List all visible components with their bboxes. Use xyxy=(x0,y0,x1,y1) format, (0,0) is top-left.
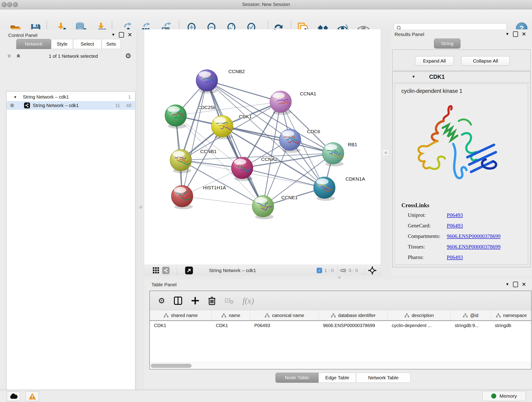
network-graph: CCNB2CCNA1CDC25BCDK1CDC6RB1CCNB1CCNA2CDK… xyxy=(144,29,381,265)
control-panel: Control Panel ▼ ✕ Network Style Select S… xyxy=(0,29,137,390)
hidden-eye-icon[interactable] xyxy=(340,267,346,274)
horizontal-divider[interactable] xyxy=(144,276,532,279)
network-options-gear-icon[interactable]: ⚙ xyxy=(125,52,131,60)
collapse-gene-icon[interactable]: ▼ xyxy=(412,75,415,79)
crosslink-link[interactable]: 9606.ENSP00000378699 xyxy=(447,233,500,239)
table-options-gear-icon[interactable]: ⚙ xyxy=(158,296,165,305)
cloud-icon xyxy=(9,393,18,399)
table-horizontal-scrollbar[interactable] xyxy=(150,362,531,369)
divider-handle-box[interactable] xyxy=(383,150,389,155)
divider-handle[interactable] xyxy=(139,205,142,209)
gene-symbol: CDK1 xyxy=(429,74,445,80)
string-view-button[interactable] xyxy=(162,267,170,274)
memory-button[interactable]: Memory xyxy=(482,391,526,401)
float-panel-icon[interactable] xyxy=(513,32,518,37)
panel-menu-icon[interactable]: ▼ xyxy=(505,282,509,287)
center-view-button[interactable] xyxy=(368,267,377,274)
detach-view-button[interactable] xyxy=(185,267,193,274)
table-panel-title: Table Panel xyxy=(152,282,177,287)
divider-handle[interactable] xyxy=(338,276,341,279)
network-edge[interactable] xyxy=(182,196,263,206)
share-icon xyxy=(162,267,170,274)
network-node-CDC25B[interactable]: CDC25B xyxy=(165,105,216,128)
table-cell[interactable]: 9606.ENSP00000378699 xyxy=(319,321,388,330)
show-columns-icon[interactable] xyxy=(174,296,182,305)
crosslink-link[interactable]: P06493 xyxy=(447,212,463,218)
scrollbar-thumb[interactable] xyxy=(151,364,191,368)
crosslink-link[interactable]: P06493 xyxy=(447,223,463,229)
crosslink-row: Pharos: P06493 xyxy=(408,254,424,260)
network-node-CDKN1A[interactable]: CDKN1A xyxy=(314,176,365,201)
column-header-database-identifier[interactable]: database identifier xyxy=(319,310,388,320)
column-header-label: database identifier xyxy=(338,313,375,318)
collapse-all-button[interactable]: Collapse All xyxy=(461,56,510,66)
string-app-icon xyxy=(24,102,30,108)
panel-menu-icon[interactable]: ▼ xyxy=(111,32,115,37)
network-node-RB1[interactable]: RB1 xyxy=(322,142,357,166)
add-column-icon[interactable] xyxy=(191,297,199,305)
column-header--id[interactable]: @id xyxy=(451,310,491,320)
tab-style[interactable]: Style xyxy=(51,39,73,49)
network-node-CCNA1[interactable]: CCNA1 xyxy=(270,91,316,115)
close-panel-icon[interactable]: ✕ xyxy=(522,32,526,37)
column-type-icon xyxy=(404,313,409,318)
network-row-selected[interactable]: String Network – cdk1 11 48 xyxy=(7,101,135,110)
birdseye-grid-button[interactable] xyxy=(152,267,159,274)
tab-string[interactable]: String xyxy=(434,38,461,49)
table-row[interactable]: CDK1CDK1P064939606.ENSP00000378699cyclin… xyxy=(150,321,531,330)
column-header-canonical-name[interactable]: canonical name xyxy=(250,310,319,320)
warnings-button[interactable] xyxy=(26,391,39,401)
column-header-description[interactable]: description xyxy=(388,310,451,320)
right-panel-divider[interactable] xyxy=(381,29,392,276)
panel-menu-icon[interactable]: ▼ xyxy=(505,32,509,36)
expand-all-button[interactable]: Expand All xyxy=(415,56,454,66)
tree-expand-icon[interactable]: ▼ xyxy=(13,95,17,99)
tab-select[interactable]: Select xyxy=(73,39,101,49)
network-edge[interactable] xyxy=(182,80,207,196)
column-header-shared-name[interactable]: shared name xyxy=(150,310,212,320)
expand-all-networks-icon[interactable]: » xyxy=(16,54,20,58)
float-panel-icon[interactable] xyxy=(513,282,518,287)
collapse-all-networks-icon[interactable]: » xyxy=(7,54,12,58)
table-cell[interactable]: cyclin-dependent ... xyxy=(388,321,451,330)
column-header-namespace[interactable]: namespace xyxy=(491,310,531,320)
node-label-RB1: RB1 xyxy=(348,142,357,147)
table-cell[interactable]: P06493 xyxy=(250,321,319,330)
table-cell[interactable]: stringdb xyxy=(491,321,531,330)
network-canvas[interactable]: CCNB2CCNA1CDC25BCDK1CDC6RB1CCNB1CCNA2CDK… xyxy=(144,29,381,265)
crosslink-row: Uniprot: P06493 xyxy=(408,212,426,218)
network-node-CDC6[interactable]: CDC6 xyxy=(279,129,320,153)
function-builder-icon-disabled: f(x) xyxy=(242,296,254,306)
crosslink-label: GeneCard: xyxy=(408,223,431,229)
selected-checkbox-icon[interactable]: ✓ xyxy=(317,267,322,274)
tab-network[interactable]: Network xyxy=(16,39,51,49)
cloud-status-button[interactable] xyxy=(7,391,20,401)
table-cell[interactable]: stringdb:9... xyxy=(451,321,491,330)
collection-count: 1 xyxy=(128,94,131,100)
table-cell[interactable]: CDK1 xyxy=(150,321,212,330)
results-panel-title: Results Panel xyxy=(394,32,424,37)
column-header-name[interactable]: name xyxy=(212,310,250,320)
tab-node-table[interactable]: Node Table xyxy=(275,373,318,383)
network-node-CCNB1[interactable]: CCNB1 xyxy=(170,149,216,173)
left-panel-divider[interactable] xyxy=(137,29,145,390)
delete-column-icon[interactable] xyxy=(208,296,216,305)
table-cell[interactable]: CDK1 xyxy=(212,321,250,330)
divider-handle[interactable] xyxy=(384,151,387,154)
close-panel-icon[interactable]: ✕ xyxy=(522,282,526,287)
network-collection-row[interactable]: ▼ String Network – cdk1 1 xyxy=(7,93,135,101)
crosslink-link[interactable]: P06493 xyxy=(447,254,463,260)
crosslink-link[interactable]: 9606.ENSP00000378699 xyxy=(447,244,500,250)
node-label-CDC6: CDC6 xyxy=(307,129,320,134)
window-title: Session: New Session xyxy=(0,2,532,7)
memory-status-dot xyxy=(491,394,496,399)
close-panel-icon[interactable]: ✕ xyxy=(128,32,132,38)
column-header-label: name xyxy=(229,313,240,318)
network-node-CCNE1[interactable]: CCNE1 xyxy=(252,195,298,219)
control-panel-tabs: Network Style Select Sets xyxy=(16,39,121,49)
tab-network-table[interactable]: Network Table xyxy=(356,373,411,383)
float-panel-icon[interactable] xyxy=(119,32,124,38)
network-edge[interactable] xyxy=(207,80,281,102)
tab-sets[interactable]: Sets xyxy=(101,39,121,49)
tab-edge-table[interactable]: Edge Table xyxy=(318,373,356,383)
